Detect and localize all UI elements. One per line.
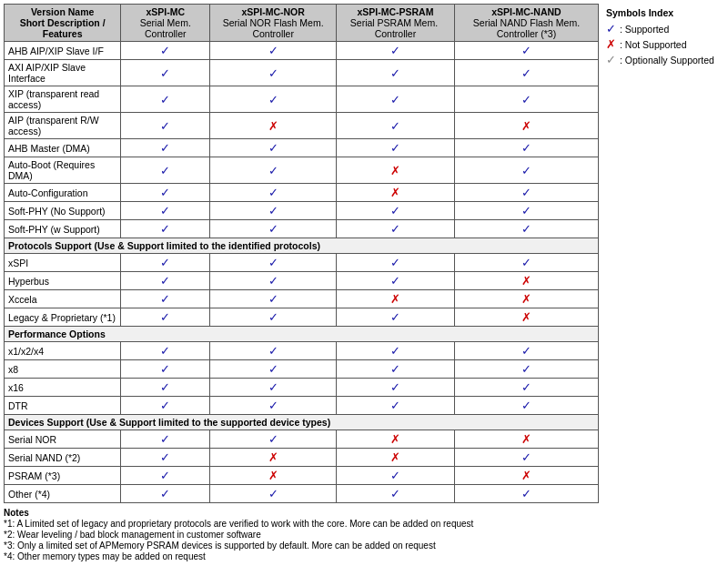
feature-name-cell: xSPI	[5, 254, 121, 272]
check-icon: ✓	[268, 487, 278, 500]
value-cell: ✓	[336, 272, 454, 290]
check-icon: ✓	[521, 141, 531, 155]
content-area: Version NameShort Description /Features …	[4, 4, 724, 503]
value-cell: ✓	[454, 157, 598, 184]
check-icon: ✓	[160, 450, 170, 464]
check-icon: ✓	[606, 22, 616, 35]
value-cell: ✗	[454, 467, 598, 485]
value-cell: ✗	[454, 113, 598, 139]
table-row: x16✓✓✓✓	[5, 379, 599, 397]
value-cell: ✓	[454, 139, 598, 157]
table-row: Auto-Configuration✓✓✗✓	[5, 184, 599, 202]
feature-name-cell: Other (*4)	[5, 485, 121, 503]
table-row: Serial NAND (*2)✓✗✗✓	[5, 449, 599, 467]
check-icon: ✓	[160, 274, 170, 288]
value-cell: ✓	[121, 60, 210, 86]
check-icon: ✓	[521, 450, 531, 464]
feature-name-cell: AHB AIP/XIP Slave I/F	[5, 42, 121, 60]
check-icon: ✓	[390, 256, 400, 269]
col-xspi-mc: xSPI-MCSerial Mem. Controller	[121, 5, 210, 42]
legend: Symbols Index ✓ : Supported ✗ : Not Supp…	[606, 4, 724, 503]
value-cell: ✓	[336, 397, 454, 415]
feature-name-cell: Soft-PHY (w Support)	[5, 220, 121, 238]
value-cell: ✓	[210, 342, 337, 360]
section-header-cell: Protocols Support (Use & Support limited…	[5, 238, 599, 254]
value-cell: ✓	[121, 220, 210, 238]
cross-icon: ✗	[521, 310, 531, 324]
value-cell: ✗	[210, 467, 337, 485]
value-cell: ✓	[336, 379, 454, 397]
cross-icon: ✗	[390, 432, 400, 446]
feature-name-cell: x16	[5, 379, 121, 397]
check-icon: ✓	[268, 164, 278, 177]
value-cell: ✗	[454, 430, 598, 449]
value-cell: ✓	[454, 485, 598, 503]
check-icon: ✓	[268, 44, 278, 57]
feature-name-cell: Hyperbus	[5, 272, 121, 290]
feature-name-cell: Xccela	[5, 290, 121, 308]
cross-icon: ✗	[390, 292, 400, 306]
check-icon: ✓	[268, 141, 278, 155]
section-header-cell: Performance Options	[5, 327, 599, 342]
check-icon: ✓	[160, 399, 170, 412]
value-cell: ✓	[454, 42, 598, 60]
feature-name-cell: AHB Master (DMA)	[5, 139, 121, 157]
value-cell: ✗	[336, 157, 454, 184]
feature-name-cell: AIP (transparent R/W access)	[5, 113, 121, 139]
value-cell: ✓	[210, 42, 337, 60]
check-icon: ✓	[268, 432, 278, 446]
legend-item-not-supported: ✗ : Not Supported	[606, 37, 724, 51]
check-icon: ✓	[521, 222, 531, 236]
value-cell: ✓	[336, 42, 454, 60]
value-cell: ✓	[121, 467, 210, 485]
check-icon: ✓	[390, 44, 400, 57]
cross-icon: ✗	[521, 469, 531, 482]
table-row: Auto-Boot (Requires DMA)✓✓✗✓	[5, 157, 599, 184]
value-cell: ✓	[121, 290, 210, 308]
table-row: Protocols Support (Use & Support limited…	[5, 238, 599, 254]
value-cell: ✓	[121, 449, 210, 467]
value-cell: ✓	[121, 397, 210, 415]
legend-item-optionally-supported: ✓ : Optionally Supported	[606, 53, 724, 66]
check-icon: ✓	[268, 274, 278, 288]
value-cell: ✓	[121, 113, 210, 139]
value-cell: ✓	[454, 379, 598, 397]
check-icon: ✓	[521, 344, 531, 358]
check-icon: ✓	[268, 362, 278, 376]
value-cell: ✓	[336, 467, 454, 485]
check-icon: ✓	[268, 93, 278, 106]
legend-title: Symbols Index	[606, 7, 724, 18]
notes-title: Notes	[4, 508, 724, 518]
value-cell: ✓	[336, 342, 454, 360]
check-icon: ✓	[160, 310, 170, 324]
table-row: Soft-PHY (No Support)✓✓✓✓	[5, 202, 599, 220]
cross-icon: ✗	[521, 432, 531, 446]
value-cell: ✓	[121, 485, 210, 503]
legend-optionally-label: : Optionally Supported	[620, 55, 714, 66]
feature-name-cell: x8	[5, 360, 121, 379]
check-icon: ✓	[521, 380, 531, 394]
check-icon: ✓	[268, 344, 278, 358]
feature-name-cell: PSRAM (*3)	[5, 467, 121, 485]
check-icon: ✓	[390, 119, 400, 133]
notes-lines: *1: A Limited set of legacy and propriet…	[4, 519, 724, 561]
check-icon: ✓	[160, 256, 170, 269]
page: Version NameShort Description /Features …	[0, 0, 728, 566]
value-cell: ✓	[210, 290, 337, 308]
feature-name-cell: Auto-Boot (Requires DMA)	[5, 157, 121, 184]
value-cell: ✓	[336, 254, 454, 272]
value-cell: ✓	[454, 342, 598, 360]
value-cell: ✓	[210, 430, 337, 449]
check-icon: ✓	[268, 204, 278, 217]
table-row: Hyperbus✓✓✓✗	[5, 272, 599, 290]
value-cell: ✓	[336, 220, 454, 238]
feature-name-cell: x1/x2/x4	[5, 342, 121, 360]
check-icon: ✓	[390, 399, 400, 412]
check-icon: ✓	[160, 44, 170, 57]
check-icon: ✓	[390, 380, 400, 394]
value-cell: ✓	[454, 60, 598, 86]
value-cell: ✓	[121, 308, 210, 327]
note-line: *1: A Limited set of legacy and propriet…	[4, 519, 724, 529]
value-cell: ✓	[336, 308, 454, 327]
check-icon: ✓	[521, 44, 531, 57]
